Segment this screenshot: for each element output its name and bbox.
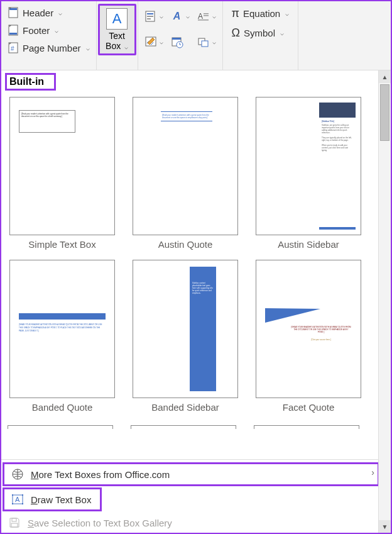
header-label: Header: [23, 8, 53, 18]
svg-rect-7: [147, 13, 153, 14]
quick-parts-group: ⌵ A ⌵ A ⌵ ⌵ ⌵: [138, 1, 223, 70]
page-number-button[interactable]: # Page Number ⌵: [6, 40, 91, 55]
header-footer-group: Header ⌵ Footer ⌵ # Page Number ⌵: [1, 1, 97, 70]
header-icon: [8, 7, 19, 18]
gallery-grid: [Grab your reader's attention with a gre…: [5, 93, 374, 416]
thumbnail-label: Facet Quote: [283, 402, 335, 413]
gallery-item-banded-quote[interactable]: [GRAB YOUR READER'S ATTENTION WITH A GRE…: [8, 260, 117, 413]
ribbon: Header ⌵ Footer ⌵ # Page Number ⌵ A Text…: [1, 1, 391, 70]
chevron-right-icon: ›: [371, 467, 374, 477]
chevron-down-icon: ⌵: [58, 9, 62, 16]
footer-icon: [8, 25, 19, 36]
svg-text:#: #: [11, 45, 14, 52]
chevron-down-icon: ⌵: [186, 13, 190, 19]
thumbnail-label: Simple Text Box: [28, 239, 95, 250]
drop-cap-icon: A: [197, 10, 210, 23]
page-number-label: Page Number: [23, 43, 81, 53]
equation-button[interactable]: π Equation ⌵: [231, 5, 291, 22]
wordart-icon: A: [171, 10, 183, 23]
header-button[interactable]: Header ⌵: [6, 5, 91, 20]
text-box-icon: A: [106, 8, 128, 30]
save-selection-label: Save Selection to Text Box Gallery: [28, 518, 172, 528]
date-time-button[interactable]: [171, 36, 190, 48]
thumbnail-label: Banded Quote: [32, 402, 93, 413]
gallery-item-facet-quote[interactable]: [GRAB YOUR READER'S ATTENTION WITH A GRE…: [254, 260, 363, 413]
chevron-down-icon: ⌵: [280, 30, 284, 36]
chevron-down-icon: ⌵: [160, 38, 163, 45]
gallery-cutoff-row: [5, 425, 374, 429]
equation-icon: π: [232, 7, 239, 20]
svg-rect-22: [12, 494, 13, 496]
svg-text:A: A: [15, 496, 20, 503]
object-button[interactable]: ⌵: [197, 36, 216, 48]
thumbnail-austin-sidebar: [Sidebar Title] Sidebars are great for c…: [256, 97, 361, 235]
gallery-pane: Built-in [Grab your reader's attention w…: [1, 70, 378, 533]
scroll-up-button[interactable]: ▲: [379, 70, 391, 83]
thumbnail-label: Banded Sidebar: [151, 402, 219, 413]
chevron-down-icon: ⌵: [212, 38, 216, 45]
gallery-item-cutoff[interactable]: [254, 425, 359, 429]
signature-icon: [144, 36, 157, 48]
gallery-item-austin-sidebar[interactable]: [Sidebar Title] Sidebars are great for c…: [254, 97, 363, 250]
object-icon: [197, 36, 210, 48]
symbol-button[interactable]: Ω Symbol ⌵: [231, 25, 291, 42]
more-text-boxes-label: More Text Boxes from Office.com: [31, 469, 170, 480]
gallery-item-simple-text-box[interactable]: [Grab your reader's attention with a gre…: [8, 97, 117, 250]
chevron-down-icon: ⌵: [160, 13, 163, 19]
svg-rect-25: [22, 503, 23, 504]
signature-line-button[interactable]: ⌵: [144, 36, 163, 48]
svg-rect-19: [202, 41, 208, 47]
svg-rect-3: [9, 33, 17, 35]
svg-rect-13: [198, 19, 209, 21]
svg-rect-9: [147, 18, 151, 19]
symbol-icon: Ω: [232, 26, 240, 40]
thumbnail-austin-quote: [Grab your reader's attention with a gre…: [133, 97, 238, 235]
draw-text-box-label: Draw Text Box: [31, 494, 91, 505]
equation-label: Equation: [243, 8, 280, 19]
scroll-thumb[interactable]: [380, 84, 389, 141]
symbols-group: π Equation ⌵ Ω Symbol ⌵: [223, 1, 299, 70]
builtin-section-header: Built-in: [5, 73, 56, 91]
drop-cap-button[interactable]: A ⌵: [197, 10, 216, 23]
svg-rect-28: [11, 523, 18, 527]
thumbnail-banded-sidebar: [SIDEBAR TITLE] Sidebar content placehol…: [133, 260, 238, 398]
symbol-label: Symbol: [244, 28, 275, 38]
svg-rect-8: [147, 16, 153, 17]
thumbnail-banded-quote: [GRAB YOUR READER'S ATTENTION WITH A GRE…: [9, 260, 115, 398]
quick-parts-icon: [144, 10, 157, 23]
chevron-down-icon: ⌵: [212, 13, 216, 19]
footer-label: Footer: [23, 25, 50, 36]
svg-rect-23: [22, 494, 23, 496]
gallery-scrollbar[interactable]: ▲ ▼: [378, 70, 391, 533]
thumbnail-facet-quote: [GRAB YOUR READER'S ATTENTION WITH A GRE…: [256, 260, 361, 398]
scroll-down-button[interactable]: ▼: [379, 520, 391, 533]
thumbnail-simple-text-box: [Grab your reader's attention with a gre…: [9, 97, 115, 235]
gallery-item-banded-sidebar[interactable]: [SIDEBAR TITLE] Sidebar content placehol…: [131, 260, 240, 413]
thumbnail-label: Austin Sidebar: [278, 239, 339, 250]
text-box-group: A Text Box ⌵: [97, 1, 138, 70]
draw-text-box-icon: A: [11, 492, 24, 506]
text-box-gallery: Built-in [Grab your reader's attention w…: [1, 70, 391, 533]
chevron-down-icon: ⌵: [55, 27, 58, 34]
thumbnail-label: Austin Quote: [158, 239, 213, 250]
gallery-item-austin-quote[interactable]: [Grab your reader's attention with a gre…: [131, 97, 240, 250]
chevron-down-icon: ⌵: [86, 45, 90, 52]
save-selection-command: Save Selection to Text Box Gallery: [1, 513, 378, 533]
svg-rect-16: [172, 38, 181, 40]
footer-button[interactable]: Footer ⌵: [6, 23, 91, 38]
draw-text-box-command[interactable]: A Draw Text Box: [3, 487, 102, 511]
page-number-icon: #: [8, 42, 19, 53]
more-text-boxes-command[interactable]: More Text Boxes from Office.com: [3, 462, 378, 486]
gallery-commands: More Text Boxes from Office.com › A Draw…: [1, 459, 378, 533]
svg-rect-12: [204, 15, 209, 16]
chevron-down-icon: ⌵: [285, 10, 289, 17]
wordart-button[interactable]: A ⌵: [171, 10, 190, 23]
gallery-item-cutoff[interactable]: [8, 425, 113, 429]
text-box-label: Text Box ⌵: [106, 31, 128, 52]
globe-icon: [11, 467, 24, 481]
gallery-item-cutoff[interactable]: [131, 425, 236, 429]
svg-rect-1: [9, 8, 17, 10]
save-icon: [8, 516, 21, 530]
text-box-button[interactable]: A Text Box ⌵: [98, 4, 136, 55]
quick-parts-button[interactable]: ⌵: [144, 10, 163, 23]
